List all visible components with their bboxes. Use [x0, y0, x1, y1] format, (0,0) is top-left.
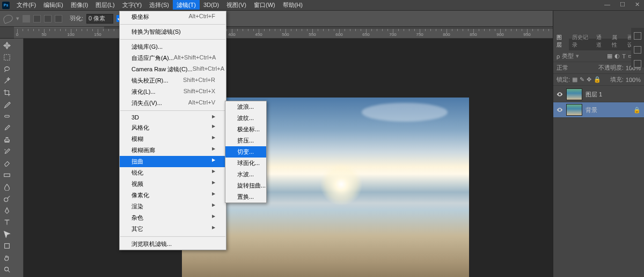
menu-item[interactable]: Camera Raw 滤镜(C)...Shift+Ctrl+A — [120, 64, 226, 75]
panels-dock: 图层历史记录通道属性画笔设 ρ类型 ▾ ▦ ◐ T ▭ ◫ 正常 不透明度: 1… — [553, 11, 644, 277]
lock-paint-icon[interactable]: ✎ — [580, 76, 584, 83]
marquee-tool[interactable] — [1, 51, 13, 63]
feather-input[interactable] — [86, 14, 113, 24]
layer-row[interactable]: 图层 1 — [553, 87, 644, 102]
menu-item[interactable]: 自适应广角(A)...Alt+Shift+Ctrl+A — [120, 53, 226, 64]
menu-帮助[interactable]: 帮助(H) — [279, 0, 306, 10]
options-bar: ▾ 羽化: 消除锯 — [0, 11, 644, 27]
menu-item[interactable]: 扭曲 — [120, 156, 226, 167]
visibility-icon[interactable] — [557, 107, 563, 113]
menu-窗口[interactable]: 窗口(W) — [250, 0, 279, 10]
filter-image-icon[interactable]: ▦ — [607, 53, 612, 59]
menu-item[interactable]: 液化(L)...Shift+Ctrl+X — [120, 86, 226, 98]
submenu-item[interactable]: 置换... — [225, 191, 266, 203]
menu-滤镜[interactable]: 滤镜(T) — [173, 0, 200, 10]
menu-图层[interactable]: 图层(L) — [92, 0, 118, 10]
distort-submenu[interactable]: 波浪...波纹...极坐标...挤压...切变...球面化...水波...旋转扭… — [225, 101, 267, 203]
menu-文字[interactable]: 文字(Y) — [119, 0, 146, 10]
panel-tabs: 图层历史记录通道属性画笔设 — [553, 39, 644, 50]
crop-tool[interactable] — [1, 87, 13, 99]
menu-item[interactable]: 锐化 — [120, 167, 226, 178]
lock-all-icon[interactable]: 🔒 — [594, 76, 601, 83]
menu-item[interactable]: 其它 — [120, 223, 226, 235]
collapsed-panel-icon[interactable] — [634, 32, 641, 40]
menu-item[interactable]: 视频 — [120, 178, 226, 190]
brush-tool[interactable] — [1, 122, 13, 134]
submenu-item[interactable]: 波浪... — [225, 101, 266, 113]
zoom-tool[interactable] — [1, 264, 13, 275]
submenu-item[interactable]: 波纹... — [225, 113, 266, 124]
shape-tool[interactable] — [1, 240, 13, 252]
selection-new-icon[interactable] — [23, 15, 30, 23]
blur-tool[interactable] — [1, 181, 13, 193]
lasso-icon — [2, 13, 14, 24]
menu-item[interactable]: 极坐标Alt+Ctrl+F — [120, 11, 226, 23]
menu-视图[interactable]: 视图(V) — [223, 0, 250, 10]
menu-item[interactable]: 模糊 — [120, 133, 226, 145]
fill-label: 填充: — [610, 76, 624, 84]
menu-item[interactable]: 风格化 — [120, 122, 226, 133]
selection-int-icon[interactable] — [55, 15, 62, 23]
collapsed-panel-icon[interactable] — [634, 46, 641, 54]
panel-tab[interactable]: 历史记录 — [569, 32, 594, 50]
eyedropper-tool[interactable] — [1, 99, 13, 110]
type-tool[interactable] — [1, 216, 13, 228]
move-tool[interactable] — [1, 40, 13, 51]
submenu-item[interactable]: 挤压... — [225, 135, 266, 146]
selection-sub-icon[interactable] — [44, 15, 52, 23]
gradient-tool[interactable] — [1, 169, 13, 181]
menu-选择[interactable]: 选择(S) — [145, 0, 173, 10]
selection-add-icon[interactable] — [33, 15, 41, 23]
menu-item[interactable]: 转换为智能滤镜(S) — [120, 26, 226, 38]
menu-item[interactable]: 镜头校正(R)...Shift+Ctrl+R — [120, 75, 226, 86]
menu-item[interactable]: 滤镜库(G)... — [120, 41, 226, 53]
dodge-tool[interactable] — [1, 193, 13, 205]
layer-name: 图层 1 — [586, 91, 602, 99]
heal-tool[interactable] — [1, 110, 13, 122]
blend-mode[interactable]: 正常 — [557, 64, 568, 72]
stamp-tool[interactable] — [1, 134, 13, 146]
collapsed-panel-icon[interactable] — [634, 60, 641, 68]
lock-pos-icon[interactable]: ✥ — [587, 76, 591, 83]
minimize-button[interactable]: — — [602, 0, 612, 9]
maximize-button[interactable]: ☐ — [618, 0, 627, 9]
svg-rect-3 — [4, 174, 10, 176]
canvas-area[interactable] — [24, 39, 553, 277]
filter-menu[interactable]: 极坐标Alt+Ctrl+F转换为智能滤镜(S)滤镜库(G)...自适应广角(A)… — [119, 11, 226, 250]
layer-row[interactable]: 背景🔒 — [553, 102, 644, 118]
fill-value[interactable]: 100% — [626, 77, 641, 83]
hand-tool[interactable] — [1, 252, 13, 264]
lasso-tool[interactable] — [1, 63, 13, 75]
menu-图像[interactable]: 图像(I) — [67, 0, 92, 10]
menu-item[interactable]: 3D — [120, 113, 226, 122]
panel-tab[interactable]: 图层 — [553, 32, 569, 50]
lock-trans-icon[interactable]: ▦ — [572, 76, 577, 83]
eraser-tool[interactable] — [1, 158, 13, 169]
submenu-item[interactable]: 切变... — [225, 146, 266, 158]
path-tool[interactable] — [1, 228, 13, 240]
menu-编辑[interactable]: 编辑(E) — [40, 0, 67, 10]
menu-item[interactable]: 杂色 — [120, 212, 226, 223]
close-button[interactable]: ✕ — [633, 0, 642, 9]
panel-tab[interactable]: 通道 — [593, 32, 609, 50]
submenu-item[interactable]: 球面化... — [225, 158, 266, 169]
submenu-item[interactable]: 极坐标... — [225, 124, 266, 135]
pen-tool[interactable] — [1, 205, 13, 216]
history-brush-tool[interactable] — [1, 146, 13, 158]
wand-tool[interactable] — [1, 75, 13, 87]
menu-文件[interactable]: 文件(F) — [13, 0, 40, 10]
menu-item[interactable]: 模糊画廊 — [120, 145, 226, 156]
app-icon: Ps — [2, 2, 10, 9]
menu-item[interactable]: 像素化 — [120, 190, 226, 201]
menu-item[interactable]: 浏览联机滤镜... — [120, 238, 226, 250]
filter-adj-icon[interactable]: ◐ — [614, 53, 620, 59]
menu-item[interactable]: 消失点(V)...Alt+Ctrl+V — [120, 98, 226, 109]
opacity-label: 不透明度: — [598, 64, 624, 72]
panel-tab[interactable]: 属性 — [609, 32, 624, 50]
menu-3D[interactable]: 3D(D) — [200, 0, 223, 10]
filter-type-icon[interactable]: T — [622, 53, 626, 59]
visibility-icon[interactable] — [557, 91, 563, 98]
submenu-item[interactable]: 旋转扭曲... — [225, 180, 266, 191]
submenu-item[interactable]: 水波... — [225, 169, 266, 180]
menu-item[interactable]: 渲染 — [120, 201, 226, 212]
